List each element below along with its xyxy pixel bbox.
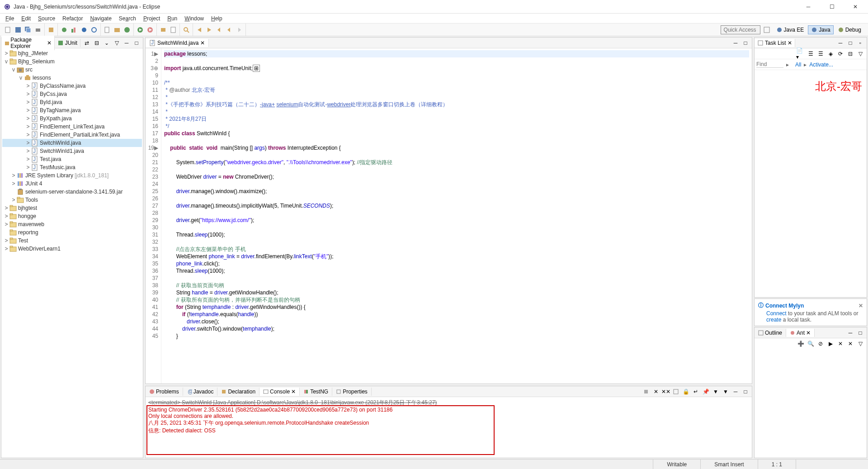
new-task-button[interactable]: 📄▾ bbox=[796, 49, 805, 58]
menu-search[interactable]: Search bbox=[115, 14, 140, 23]
perspective-javaee[interactable]: Java EE bbox=[773, 25, 807, 34]
toggle-breakpoint-button[interactable] bbox=[80, 25, 89, 34]
close-tab-icon[interactable]: ✕ bbox=[788, 40, 792, 46]
run-button[interactable] bbox=[136, 25, 145, 34]
task-find-input[interactable] bbox=[756, 61, 783, 68]
tree-item[interactable]: >JFindElement_LinkText.java bbox=[2, 123, 142, 131]
save-all-button[interactable] bbox=[24, 25, 33, 34]
console-tab[interactable]: Console ✕ bbox=[259, 388, 300, 396]
tree-item[interactable]: >JRE System Library[jdk1.8.0_181] bbox=[2, 171, 142, 180]
tree-toggle[interactable]: > bbox=[3, 213, 9, 219]
javadoc-tab[interactable]: @Javadoc bbox=[183, 388, 218, 396]
collapse-all-button[interactable]: ⊟ bbox=[846, 49, 855, 58]
tree-toggle[interactable]: > bbox=[10, 180, 17, 187]
testng-tab[interactable]: TestNG bbox=[300, 388, 332, 396]
editor-tab[interactable]: J SwitchWinId.java ✕ bbox=[146, 39, 209, 47]
tree-item[interactable]: >JFindElement_PartialLinkText.java bbox=[2, 131, 142, 139]
new-server-button[interactable] bbox=[159, 25, 168, 34]
tree-toggle[interactable]: > bbox=[3, 50, 9, 57]
editor-minimize-button[interactable]: ─ bbox=[731, 38, 740, 47]
focus-task-button[interactable]: ⌄ bbox=[102, 38, 111, 47]
close-tab-icon[interactable]: ✕ bbox=[806, 330, 811, 336]
task-minimize-button[interactable]: ─ bbox=[836, 38, 845, 47]
tree-item[interactable]: >Test bbox=[2, 237, 142, 245]
run-target-button[interactable]: ▶ bbox=[826, 339, 835, 348]
console-output[interactable]: <terminated> SwitchWinId [Java Applicati… bbox=[146, 397, 752, 458]
tree-item[interactable]: >JByClassName.java bbox=[2, 82, 142, 90]
debug-button[interactable] bbox=[60, 25, 69, 34]
tree-item[interactable]: >JTestMusic.java bbox=[2, 163, 142, 171]
tree-item[interactable]: >JById.java bbox=[2, 98, 142, 106]
tree-toggle[interactable]: > bbox=[3, 221, 9, 227]
console-maximize-button[interactable]: □ bbox=[741, 387, 750, 396]
tree-toggle[interactable]: > bbox=[25, 164, 31, 171]
tree-toggle[interactable]: > bbox=[25, 156, 31, 162]
view-menu-button[interactable]: ▽ bbox=[112, 38, 121, 47]
new-class-button[interactable] bbox=[123, 25, 132, 34]
perspective-debug[interactable]: Debug bbox=[835, 25, 864, 34]
task-list-tab[interactable]: Task List ✕ bbox=[755, 39, 795, 47]
menu-edit[interactable]: Edit bbox=[18, 14, 34, 23]
tree-toggle[interactable]: > bbox=[25, 132, 31, 138]
search-buildfile-button[interactable]: 🔍 bbox=[806, 339, 815, 348]
tree-toggle[interactable]: > bbox=[10, 172, 17, 179]
maximize-view-button[interactable]: □ bbox=[132, 38, 141, 47]
tree-item[interactable]: vsrc bbox=[2, 66, 142, 74]
tree-toggle[interactable]: > bbox=[25, 107, 31, 114]
forward-button[interactable] bbox=[235, 25, 244, 34]
tree-item[interactable]: >JSwitchWinId1.java bbox=[2, 147, 142, 155]
tree-item[interactable]: >Tools bbox=[2, 196, 142, 204]
tree-toggle[interactable]: > bbox=[25, 123, 31, 130]
tree-item[interactable]: vBjhg_Selenium bbox=[2, 57, 142, 66]
package-explorer-tab[interactable]: Package Explorer ✕ bbox=[1, 36, 55, 50]
skip-breakpoints-button[interactable] bbox=[90, 25, 99, 34]
activate-link[interactable]: Activate... bbox=[809, 62, 833, 68]
menu-navigate[interactable]: Navigate bbox=[86, 14, 115, 23]
new-java-button[interactable] bbox=[103, 25, 112, 34]
run-external-button[interactable] bbox=[146, 25, 155, 34]
display-console-button[interactable]: ▼ bbox=[711, 387, 720, 396]
tree-item[interactable]: >bjhgtest bbox=[2, 204, 142, 212]
back-button[interactable] bbox=[225, 25, 234, 34]
build-button[interactable] bbox=[47, 25, 56, 34]
problems-tab[interactable]: Problems bbox=[146, 388, 183, 396]
open-perspective-button[interactable] bbox=[762, 25, 771, 34]
close-icon[interactable]: ✕ bbox=[47, 40, 52, 46]
tree-toggle[interactable]: v bbox=[3, 58, 9, 65]
menu-help[interactable]: Help bbox=[208, 14, 226, 23]
quick-access-input[interactable] bbox=[721, 25, 760, 34]
close-tab-icon[interactable]: ✕ bbox=[291, 388, 296, 395]
close-button[interactable]: ✕ bbox=[846, 0, 864, 13]
pin-console-button[interactable]: 📌 bbox=[701, 387, 710, 396]
menu-source[interactable]: Source bbox=[34, 14, 59, 23]
prev-annotation-button[interactable] bbox=[195, 25, 204, 34]
outline-tab[interactable]: Outline bbox=[755, 329, 786, 337]
hide-internal-button[interactable]: ⊘ bbox=[816, 339, 825, 348]
tree-item[interactable]: >hongge bbox=[2, 212, 142, 220]
tree-item[interactable]: >bjhg_JMeter bbox=[2, 49, 142, 57]
terminate-button[interactable] bbox=[642, 387, 651, 396]
close-icon[interactable]: ✕ bbox=[859, 303, 863, 309]
tree-toggle[interactable]: > bbox=[10, 197, 17, 203]
junit-tab[interactable]: JUnit bbox=[55, 39, 80, 47]
remove-launch-button[interactable]: ✕ bbox=[651, 387, 660, 396]
close-tab-icon[interactable]: ✕ bbox=[200, 40, 205, 46]
add-buildfile-button[interactable]: ➕ bbox=[796, 339, 805, 348]
tree-toggle[interactable]: > bbox=[3, 237, 9, 244]
code-editor[interactable]: 1▶23⊕910111213141516171819▶2021222324252… bbox=[146, 48, 752, 384]
declaration-tab[interactable]: Declaration bbox=[217, 388, 259, 396]
tree-item[interactable]: selenium-server-standalone-3.141.59.jar bbox=[2, 188, 142, 196]
tree-item[interactable]: >JUnit 4 bbox=[2, 180, 142, 188]
open-console-button[interactable]: ▼ bbox=[721, 387, 730, 396]
synchronize-button[interactable]: ⟳ bbox=[836, 49, 845, 58]
remove-all-button[interactable]: ✕✕ bbox=[661, 387, 670, 396]
console-minimize-button[interactable]: ─ bbox=[731, 387, 740, 396]
editor-maximize-button[interactable]: □ bbox=[741, 38, 750, 47]
package-tree[interactable]: >bjhg_JMetervBjhg_Seleniumvsrcvlessons>J… bbox=[1, 48, 143, 458]
collapse-all-button[interactable]: ⇄ bbox=[82, 38, 91, 47]
all-link[interactable]: All bbox=[795, 62, 801, 68]
tree-item[interactable]: >mavenweb bbox=[2, 220, 142, 228]
task-maximize-button[interactable]: □ bbox=[846, 38, 855, 47]
tree-item[interactable]: >JSwitchWinId.java bbox=[2, 139, 142, 147]
open-type-button[interactable] bbox=[169, 25, 178, 34]
